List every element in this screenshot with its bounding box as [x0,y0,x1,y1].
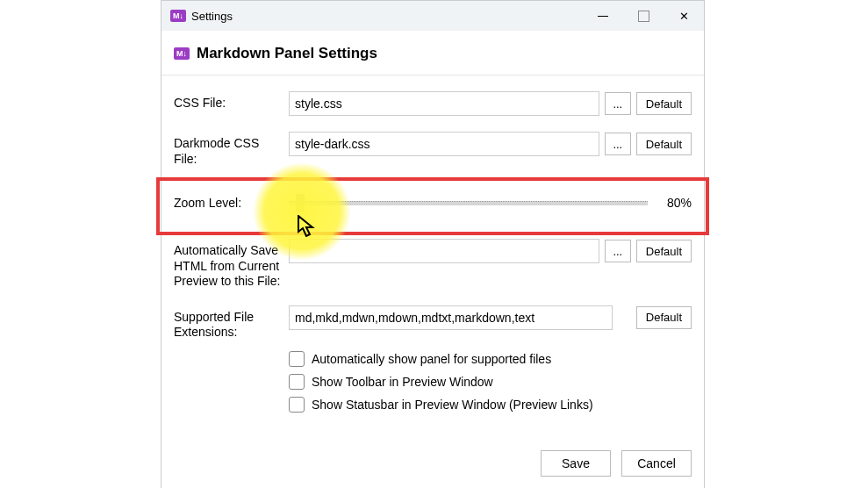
row-extensions: Supported File Extensions: Default [174,305,692,341]
label-autosave-html: Automatically Save HTML from Current Pre… [174,239,283,290]
zoom-slider[interactable] [289,193,648,212]
title-bar: M↓ Settings ✕ [161,1,704,31]
app-icon: M↓ [170,10,186,22]
save-button[interactable]: Save [541,450,611,477]
browse-dark-css-button[interactable]: ... [605,133,631,155]
cancel-button[interactable]: Cancel [621,450,692,477]
close-button[interactable]: ✕ [664,1,704,31]
panel-header: M↓ Markdown Panel Settings [161,31,704,75]
check-auto-panel[interactable]: Automatically show panel for supported f… [289,351,692,367]
row-css-file: CSS File: ... Default [174,91,692,116]
row-autosave-html: Automatically Save HTML from Current Pre… [174,239,692,290]
zoom-slider-thumb[interactable] [296,194,305,212]
check-statusbar[interactable]: Show Statusbar in Preview Window (Previe… [289,397,692,413]
check-toolbar[interactable]: Show Toolbar in Preview Window [289,374,692,390]
label-zoom-level: Zoom Level: [174,196,283,210]
zoom-slider-track [289,201,648,205]
markdown-icon: M↓ [174,47,190,60]
check-label: Automatically show panel for supported f… [312,352,551,366]
minimize-button[interactable] [583,1,623,31]
zoom-value: 80% [653,196,692,210]
default-extensions-button[interactable]: Default [636,306,692,329]
check-label: Show Toolbar in Preview Window [312,375,493,389]
maximize-button[interactable] [623,1,664,31]
label-dark-css: Darkmode CSS File: [174,132,283,167]
window-controls: ✕ [583,1,704,31]
checkbox-icon[interactable] [289,374,305,390]
window-title: Settings [191,10,233,23]
checkbox-list: Automatically show panel for supported f… [289,351,692,413]
label-extensions: Supported File Extensions: [174,305,283,341]
checkbox-icon[interactable] [289,351,305,367]
browse-css-file-button[interactable]: ... [605,92,631,115]
dialog-footer: Save Cancel [541,450,692,477]
input-extensions[interactable] [289,305,613,330]
default-autosave-button[interactable]: Default [636,240,692,262]
row-dark-css: Darkmode CSS File: ... Default [174,132,692,167]
input-css-file[interactable] [289,91,599,116]
panel-title: Markdown Panel Settings [197,45,377,62]
panel-body: CSS File: ... Default Darkmode CSS File:… [161,75,704,413]
checkbox-icon[interactable] [289,397,305,413]
row-zoom-level: Zoom Level: 80% [161,183,704,223]
input-autosave-html[interactable] [289,239,599,263]
default-dark-css-button[interactable]: Default [636,133,692,155]
input-dark-css[interactable] [289,132,599,156]
label-css-file: CSS File: [174,91,283,111]
default-css-file-button[interactable]: Default [636,92,692,115]
check-label: Show Statusbar in Preview Window (Previe… [312,398,593,412]
settings-window: M↓ Settings ✕ M↓ Markdown Panel Settings… [161,0,705,488]
browse-autosave-button[interactable]: ... [605,240,631,262]
